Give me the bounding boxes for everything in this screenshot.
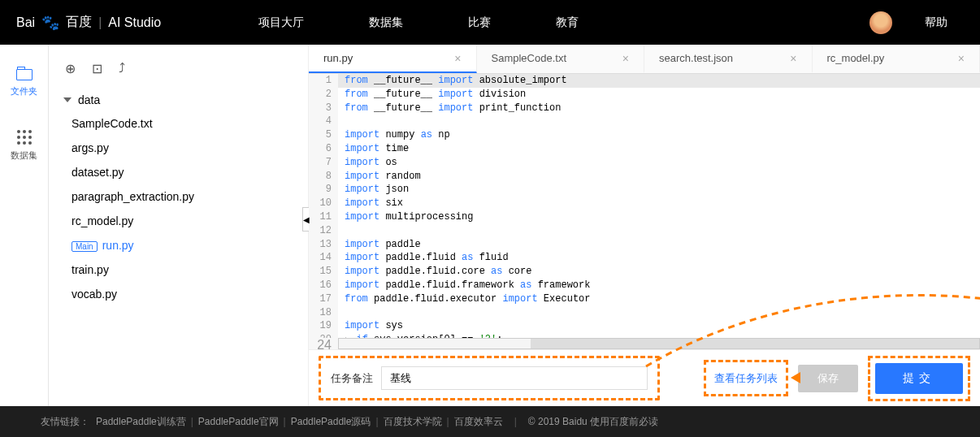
task-note-group: 任务备注 xyxy=(319,356,660,400)
close-icon[interactable]: × xyxy=(454,52,461,65)
left-rail: 文件夹 数据集 xyxy=(0,45,49,406)
file-sidebar: ⊕ ⊡ ⤴ data SampleCode.txtargs.pydataset.… xyxy=(49,45,309,406)
footer-link[interactable]: PaddlePaddle训练营 xyxy=(96,416,186,427)
footer-copyright: © 2019 Baidu 使用百度前必读 xyxy=(528,415,658,429)
footer-link[interactable]: 百度效率云 xyxy=(454,416,503,427)
tree-file[interactable]: vocab.py xyxy=(57,282,300,306)
grid-icon xyxy=(17,130,32,145)
tree-file[interactable]: SampleCode.txt xyxy=(57,111,300,136)
file-toolbar: ⊕ ⊡ ⤴ xyxy=(57,61,300,76)
new-file-icon[interactable]: ⊕ xyxy=(65,61,76,76)
tree-file[interactable]: rc_model.py xyxy=(57,209,300,233)
paw-icon: 🐾 xyxy=(41,14,59,32)
tree-file[interactable]: Mainrun.py xyxy=(57,233,300,257)
logo[interactable]: Bai🐾百度 | AI Studio xyxy=(16,14,161,32)
logo-cn: 百度 xyxy=(66,14,92,31)
tree-file[interactable]: dataset.py xyxy=(57,160,300,184)
main-badge: Main xyxy=(72,241,98,252)
horizontal-scrollbar[interactable] xyxy=(338,338,980,349)
nav-education[interactable]: 教育 xyxy=(556,15,579,30)
footer-prefix: 友情链接： xyxy=(41,415,89,429)
nav-datasets[interactable]: 数据集 xyxy=(369,15,403,30)
rail-dataset[interactable]: 数据集 xyxy=(11,130,37,162)
save-button[interactable]: 保存 xyxy=(798,365,858,392)
submit-group: 提交 xyxy=(868,356,970,401)
editor-tab[interactable]: search.test.json× xyxy=(644,45,813,73)
tree-folder-data[interactable]: data xyxy=(57,89,300,111)
task-note-label: 任务备注 xyxy=(331,371,373,386)
help-link[interactable]: 帮助 xyxy=(925,15,947,30)
folder-icon xyxy=(16,69,33,80)
footer-link[interactable]: PaddlePaddle源码 xyxy=(291,416,371,427)
new-folder-icon[interactable]: ⊡ xyxy=(92,61,102,76)
top-nav: 项目大厅 数据集 比赛 教育 xyxy=(258,15,837,30)
editor-area: ◀ run.py×SampleCode.txt×search.test.json… xyxy=(309,45,980,406)
collapse-sidebar-handle[interactable]: ◀ xyxy=(302,207,309,231)
editor-tab[interactable]: rc_model.py× xyxy=(813,45,981,73)
footer-link[interactable]: PaddlePaddle官网 xyxy=(198,416,279,427)
tree-file[interactable]: args.py xyxy=(57,136,300,160)
avatar[interactable] xyxy=(869,11,892,34)
nav-projects[interactable]: 项目大厅 xyxy=(258,15,304,30)
rail-files[interactable]: 文件夹 xyxy=(11,69,37,97)
file-tree: data SampleCode.txtargs.pydataset.pypara… xyxy=(57,89,300,306)
close-icon[interactable]: × xyxy=(790,52,796,65)
tree-file[interactable]: paragraph_extraction.py xyxy=(57,184,300,209)
close-icon[interactable]: × xyxy=(958,52,965,65)
logo-suffix: AI Studio xyxy=(108,15,161,30)
logo-prefix: Bai xyxy=(16,15,35,30)
page-footer: 友情链接： PaddlePaddle训练营|PaddlePaddle官网|Pad… xyxy=(0,406,980,437)
arrow-head-icon xyxy=(791,372,800,383)
editor-tab[interactable]: SampleCode.txt× xyxy=(477,45,645,73)
horizontal-scrollbar-row: 24 xyxy=(309,338,980,349)
code-editor[interactable]: 1from __future__ import absolute_import2… xyxy=(309,74,980,338)
task-note-input[interactable] xyxy=(381,366,648,390)
task-bottom-bar: 任务备注 查看任务列表 保存 提交 xyxy=(309,349,980,406)
top-header: Bai🐾百度 | AI Studio 项目大厅 数据集 比赛 教育 帮助 xyxy=(0,0,980,45)
editor-tab[interactable]: run.py× xyxy=(309,45,477,73)
tree-file[interactable]: train.py xyxy=(57,257,300,282)
upload-icon[interactable]: ⤴ xyxy=(119,61,125,76)
nav-competitions[interactable]: 比赛 xyxy=(468,15,491,30)
submit-button[interactable]: 提交 xyxy=(875,363,963,394)
caret-icon xyxy=(63,97,72,102)
footer-link[interactable]: 百度技术学院 xyxy=(384,416,442,427)
view-task-list-link[interactable]: 查看任务列表 xyxy=(709,372,783,384)
editor-tabs: run.py×SampleCode.txt×search.test.json×r… xyxy=(309,45,980,74)
close-icon[interactable]: × xyxy=(622,52,629,65)
view-tasks-group: 查看任务列表 xyxy=(704,360,788,396)
